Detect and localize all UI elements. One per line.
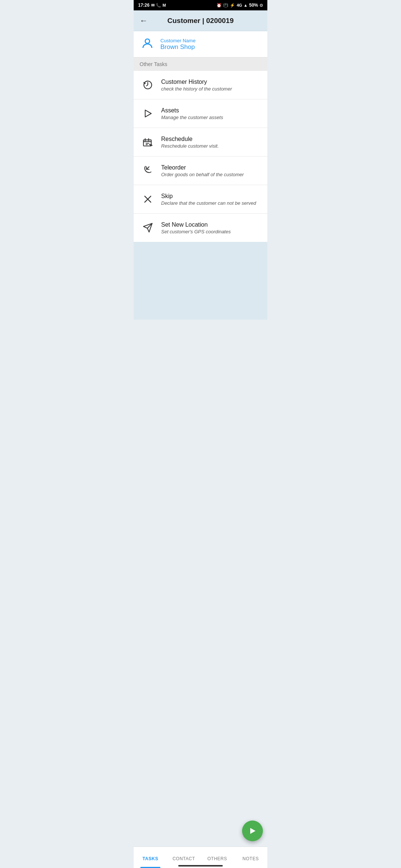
customer-info: Customer Name Brown Shop	[160, 38, 196, 51]
page-title: Customer | 0200019	[152, 17, 249, 25]
avatar	[140, 36, 155, 52]
toolbar: ← Customer | 0200019	[134, 10, 267, 31]
bluetooth-icon: ⚡	[230, 3, 235, 8]
customer-name-section: Customer Name Brown Shop	[134, 31, 267, 57]
menu-item-customer-history[interactable]: Customer History check the history of th…	[134, 71, 267, 99]
play-icon	[140, 105, 156, 122]
alarm-icon: ⏰	[216, 3, 222, 8]
skip-text: Skip Declare that the customer can not b…	[161, 193, 256, 206]
reschedule-text: Reschedule Reschedule customer visit.	[161, 136, 219, 149]
location-icon	[140, 220, 156, 236]
svg-point-0	[145, 39, 150, 43]
menu-item-reschedule[interactable]: Reschedule Reschedule customer visit.	[134, 128, 267, 157]
teleorder-text: Teleorder Order goods on behalf of the c…	[161, 164, 244, 177]
reschedule-title: Reschedule	[161, 136, 219, 142]
teleorder-subtitle: Order goods on behalf of the customer	[161, 172, 244, 177]
skip-title: Skip	[161, 193, 256, 200]
assets-subtitle: Manage the customer assets	[161, 115, 223, 120]
set-new-location-title: Set New Location	[161, 221, 231, 228]
set-new-location-text: Set New Location Set customer's GPS coor…	[161, 221, 231, 234]
signal-icon: ▲	[244, 3, 248, 7]
close-icon	[140, 191, 156, 207]
teleorder-title: Teleorder	[161, 164, 244, 171]
customer-name-value: Brown Shop	[160, 43, 196, 51]
status-time: 17:26	[138, 3, 150, 8]
status-bar: 17:26 ✉ 📞 M ⏰ 📳 ⚡ 4G ▲ 50% ⊙	[134, 0, 267, 10]
menu-item-skip[interactable]: Skip Declare that the customer can not b…	[134, 185, 267, 214]
history-icon	[140, 77, 156, 93]
gray-area	[134, 242, 267, 320]
set-new-location-subtitle: Set customer's GPS coordinates	[161, 229, 231, 234]
gmail-icon: M	[163, 3, 166, 7]
other-tasks-header: Other Tasks	[134, 57, 267, 71]
vibrate-icon: 📳	[223, 3, 228, 8]
assets-text: Assets Manage the customer assets	[161, 107, 223, 120]
call-icon: 📞	[156, 3, 161, 8]
person-icon	[141, 37, 154, 52]
menu-list: Customer History check the history of th…	[134, 71, 267, 242]
battery-level: 50%	[249, 3, 258, 8]
svg-marker-2	[145, 110, 151, 117]
assets-title: Assets	[161, 107, 223, 114]
customer-history-title: Customer History	[161, 79, 232, 85]
menu-item-teleorder[interactable]: Teleorder Order goods on behalf of the c…	[134, 157, 267, 185]
menu-item-assets[interactable]: Assets Manage the customer assets	[134, 99, 267, 128]
network-icon: 4G	[237, 3, 242, 7]
back-button[interactable]: ←	[140, 16, 148, 26]
customer-history-subtitle: check the history of the customer	[161, 86, 232, 92]
reschedule-subtitle: Reschedule customer visit.	[161, 143, 219, 149]
customer-history-text: Customer History check the history of th…	[161, 79, 232, 92]
teleorder-icon	[140, 162, 156, 179]
battery-icon: ⊙	[260, 3, 263, 8]
skip-subtitle: Declare that the customer can not be ser…	[161, 200, 256, 206]
message-icon: ✉	[151, 3, 154, 8]
menu-item-set-new-location[interactable]: Set New Location Set customer's GPS coor…	[134, 214, 267, 242]
reschedule-icon	[140, 134, 156, 150]
customer-name-label: Customer Name	[160, 38, 196, 43]
